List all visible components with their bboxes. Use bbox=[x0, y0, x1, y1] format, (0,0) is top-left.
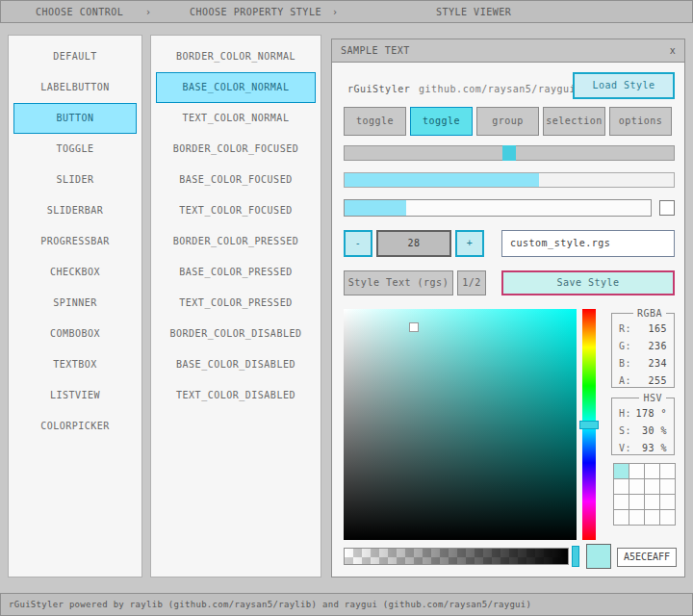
property-item-border-color-normal[interactable]: BORDER_COLOR_NORMAL bbox=[156, 41, 316, 72]
hsv-row-h: H: 178 ° bbox=[612, 405, 674, 422]
section-choose-property-style: CHOOSE PROPERTY STYLE bbox=[190, 7, 321, 17]
spinner-increment-button[interactable]: + bbox=[455, 230, 484, 257]
chevron-right-icon: › bbox=[332, 7, 339, 17]
rgba-row-r: R: 165 bbox=[612, 321, 674, 337]
slider-handle[interactable] bbox=[502, 145, 516, 161]
a-value: 255 bbox=[648, 372, 667, 389]
hue-slider[interactable] bbox=[582, 309, 596, 540]
property-item-text-color-pressed[interactable]: TEXT_COLOR_PRESSED bbox=[156, 288, 316, 319]
window-title: SAMPLE TEXT bbox=[341, 45, 410, 56]
alpha-gradient-overlay bbox=[345, 549, 568, 564]
properties-listview: BORDER_COLOR_NORMAL BASE_COLOR_NORMAL TE… bbox=[150, 35, 321, 578]
close-icon[interactable]: x bbox=[665, 43, 680, 59]
swatch-cell[interactable] bbox=[644, 494, 660, 510]
swatch-cell[interactable] bbox=[644, 478, 660, 495]
control-item-progressbar[interactable]: PROGRESSBAR bbox=[13, 226, 137, 257]
style-text-export-button[interactable]: Style Text (rgs) bbox=[344, 270, 453, 295]
status-bar: rGuiStyler powered by raylib (github.com… bbox=[0, 593, 693, 616]
swatch-cell[interactable] bbox=[644, 463, 660, 479]
sample-sliderbar[interactable] bbox=[344, 199, 652, 217]
control-item-sliderbar[interactable]: SLIDERBAR bbox=[13, 195, 137, 226]
swatch-cell[interactable] bbox=[659, 494, 676, 510]
property-item-base-color-focused[interactable]: BASE_COLOR_FOCUSED bbox=[156, 165, 316, 195]
s-label: S: bbox=[619, 423, 631, 439]
sv-cursor[interactable] bbox=[409, 322, 419, 332]
hsv-row-v: V: 93 % bbox=[612, 440, 674, 456]
sample-slider[interactable] bbox=[344, 145, 675, 161]
control-item-spinner[interactable]: SPINNER bbox=[13, 288, 137, 319]
rgba-title: RGBA bbox=[633, 308, 666, 319]
page-indicator-button[interactable]: 1/2 bbox=[457, 270, 486, 295]
property-item-base-color-normal[interactable]: BASE_COLOR_NORMAL bbox=[156, 72, 316, 103]
swatch-cell[interactable] bbox=[613, 494, 629, 510]
spinner-decrement-button[interactable]: - bbox=[344, 230, 372, 257]
swatch-cell[interactable] bbox=[629, 463, 645, 479]
r-label: R: bbox=[619, 321, 631, 337]
hsv-group-box: HSV H: 178 ° S: 30 % V: 93 % bbox=[611, 398, 675, 455]
toggle-sample-2-active[interactable]: toggle bbox=[410, 107, 473, 136]
color-swatch-grid bbox=[613, 463, 675, 525]
hsv-row-s: S: 30 % bbox=[612, 423, 674, 439]
control-item-toggle[interactable]: TOGGLE bbox=[13, 134, 137, 165]
control-item-slider[interactable]: SLIDER bbox=[13, 165, 137, 195]
window-titlebar[interactable]: SAMPLE TEXT bbox=[332, 39, 684, 63]
property-item-border-color-disabled[interactable]: BORDER_COLOR_DISABLED bbox=[156, 319, 316, 349]
toggle-options[interactable]: options bbox=[609, 107, 672, 136]
swatch-cell[interactable] bbox=[629, 478, 645, 495]
rgba-row-b: B: 234 bbox=[612, 355, 674, 372]
saturation-value-picker[interactable] bbox=[344, 309, 577, 540]
property-item-base-color-pressed[interactable]: BASE_COLOR_PRESSED bbox=[156, 257, 316, 288]
save-style-button[interactable]: Save Style bbox=[501, 270, 675, 295]
filename-textbox[interactable]: custom_style.rgs bbox=[501, 230, 675, 257]
g-label: G: bbox=[619, 338, 631, 354]
property-item-border-color-pressed[interactable]: BORDER_COLOR_PRESSED bbox=[156, 226, 316, 257]
section-header-bar: CHOOSE CONTROL › CHOOSE PROPERTY STYLE ›… bbox=[0, 0, 693, 23]
v-value: 93 % bbox=[642, 440, 667, 456]
control-item-button[interactable]: BUTTON bbox=[13, 103, 137, 134]
rgba-group-box: RGBA R: 165 G: 236 B: 234 A: 255 bbox=[611, 313, 675, 388]
a-label: A: bbox=[619, 372, 631, 389]
section-choose-control: CHOOSE CONTROL bbox=[36, 7, 123, 17]
swatch-cell[interactable] bbox=[659, 463, 676, 479]
hex-color-textbox[interactable]: A5ECEAFF bbox=[617, 548, 677, 567]
swatch-cell[interactable] bbox=[659, 509, 676, 526]
chevron-right-icon: › bbox=[145, 7, 152, 17]
toggle-selection[interactable]: selection bbox=[543, 107, 605, 136]
swatch-cell[interactable] bbox=[644, 509, 660, 526]
toggle-sample-1[interactable]: toggle bbox=[344, 107, 406, 136]
rgba-row-g: G: 236 bbox=[612, 338, 674, 354]
control-item-checkbox[interactable]: CHECKBOX bbox=[13, 257, 137, 288]
swatch-cell[interactable] bbox=[629, 509, 645, 526]
swatch-cell[interactable] bbox=[629, 494, 645, 510]
r-value: 165 bbox=[648, 321, 667, 337]
alpha-slider-handle[interactable] bbox=[572, 546, 579, 567]
alpha-slider[interactable] bbox=[344, 548, 569, 565]
property-item-text-color-disabled[interactable]: TEXT_COLOR_DISABLED bbox=[156, 380, 316, 411]
b-label: B: bbox=[619, 355, 631, 372]
property-item-border-color-focused[interactable]: BORDER_COLOR_FOCUSED bbox=[156, 134, 316, 165]
load-style-button[interactable]: Load Style bbox=[573, 72, 675, 99]
rguistyler-app: CHOOSE CONTROL › CHOOSE PROPERTY STYLE ›… bbox=[0, 0, 693, 616]
status-bar-text: rGuiStyler powered by raylib (github.com… bbox=[9, 600, 531, 609]
swatch-cell[interactable] bbox=[613, 509, 629, 526]
property-item-text-color-focused[interactable]: TEXT_COLOR_FOCUSED bbox=[156, 195, 316, 226]
control-item-combobox[interactable]: COMBOBOX bbox=[13, 319, 137, 349]
repo-url-label: github.com/raysan5/raygui bbox=[419, 84, 576, 94]
swatch-cell[interactable] bbox=[613, 478, 629, 495]
sample-checkbox[interactable] bbox=[659, 200, 675, 216]
control-item-default[interactable]: DEFAULT bbox=[13, 41, 137, 72]
section-style-viewer: STYLE VIEWER bbox=[436, 7, 511, 17]
controls-listview: DEFAULT LABELBUTTON BUTTON TOGGLE SLIDER… bbox=[8, 35, 142, 578]
control-item-listview[interactable]: LISTVIEW bbox=[13, 380, 137, 411]
property-item-text-color-normal[interactable]: TEXT_COLOR_NORMAL bbox=[156, 103, 316, 134]
control-item-labelbutton[interactable]: LABELBUTTON bbox=[13, 72, 137, 103]
swatch-cell[interactable] bbox=[613, 463, 629, 479]
style-viewer-window: SAMPLE TEXT x rGuiStyler github.com/rays… bbox=[331, 38, 685, 578]
swatch-cell[interactable] bbox=[659, 478, 676, 495]
toggle-group[interactable]: group bbox=[476, 107, 539, 136]
control-item-textbox[interactable]: TEXTBOX bbox=[13, 349, 137, 380]
property-item-base-color-disabled[interactable]: BASE_COLOR_DISABLED bbox=[156, 349, 316, 380]
control-item-colorpicker[interactable]: COLORPICKER bbox=[13, 411, 137, 442]
hue-handle[interactable] bbox=[579, 421, 599, 429]
spinner-value-box[interactable]: 28 bbox=[376, 230, 451, 257]
